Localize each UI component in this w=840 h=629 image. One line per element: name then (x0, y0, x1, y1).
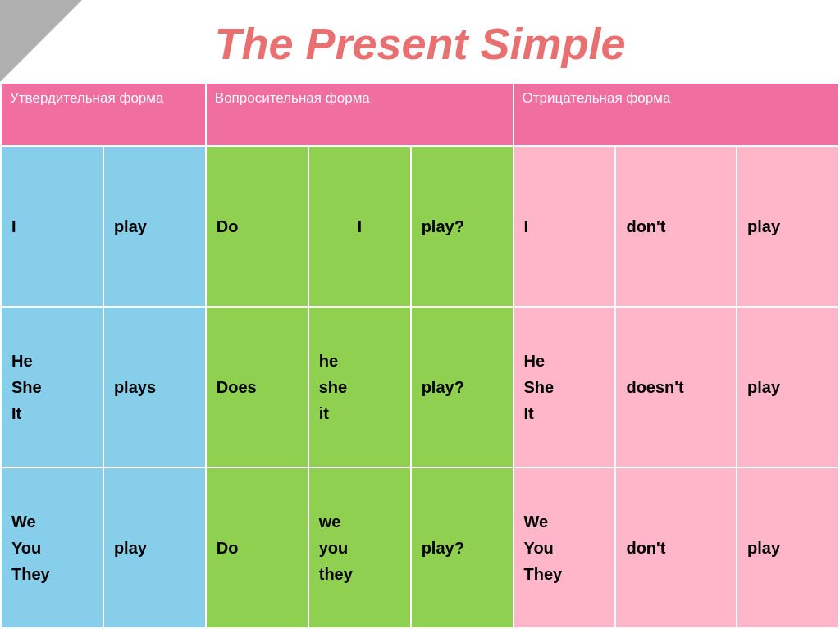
q-aux-we: Do (206, 467, 308, 628)
table-row: I play Do I play? I don't play (1, 146, 839, 307)
neg-aux-i: don't (615, 146, 737, 307)
neg-verb-i: play (737, 146, 839, 307)
affirm-header: Утвердительная форма (1, 83, 206, 146)
page-title: The Present Simple (214, 18, 625, 69)
q-pronoun-we: we you they (308, 467, 411, 628)
q-verb-we: play? (411, 467, 514, 628)
neg-pronoun-i: I (514, 146, 616, 307)
q-aux-i: Do (206, 146, 308, 307)
neg-verb-we: play (737, 467, 839, 628)
affirm-verb-he: plays (103, 307, 206, 467)
neg-pronoun-he: He She It (514, 307, 616, 467)
table-container: Утвердительная форма Вопросительная форм… (0, 82, 840, 629)
q-pronoun-he: he she it (308, 307, 411, 467)
neg-pronoun-we: We You They (514, 467, 616, 628)
affirm-pronoun-we: We You They (1, 467, 103, 628)
q-aux-he: Does (206, 307, 308, 467)
q-verb-he: play? (411, 307, 514, 467)
header: The Present Simple (0, 0, 840, 82)
neg-aux-we: don't (615, 467, 737, 628)
table-row: He She It plays Does he she it play? He … (1, 307, 839, 467)
header-triangle-decoration (0, 0, 82, 82)
neg-verb-he: play (737, 307, 839, 467)
q-pronoun-i: I (308, 146, 411, 307)
affirm-pronoun-i: I (1, 146, 103, 307)
affirm-pronoun-he: He She It (1, 307, 103, 467)
q-verb-i: play? (411, 146, 514, 307)
column-headers-row: Утвердительная форма Вопросительная форм… (1, 83, 839, 146)
page: The Present Simple Утвердительная форма … (0, 0, 840, 629)
affirm-verb-we: play (103, 467, 206, 628)
grammar-table: Утвердительная форма Вопросительная форм… (0, 82, 840, 629)
question-header: Вопросительная форма (206, 83, 514, 146)
table-row: We You They play Do we you they play? We… (1, 467, 839, 628)
neg-aux-he: doesn't (615, 307, 737, 467)
affirm-verb-i: play (103, 146, 206, 307)
negative-header: Отрицательная форма (514, 83, 839, 146)
